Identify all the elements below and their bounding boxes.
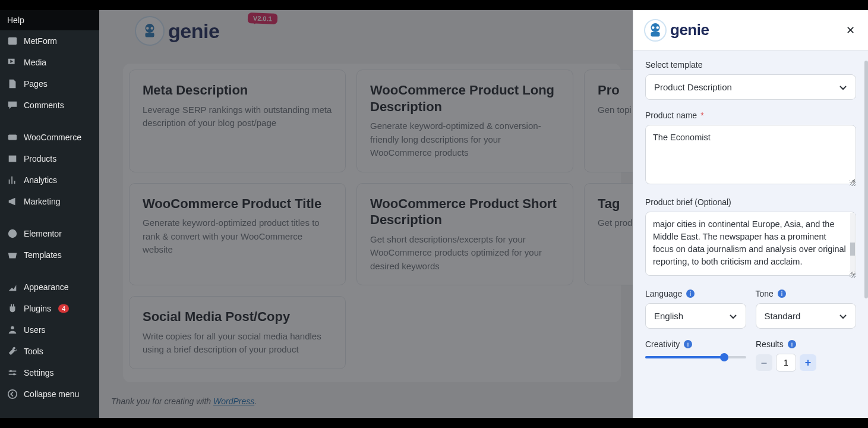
chevron-down-icon [839,83,847,92]
sidebar-item-metform[interactable]: MetForm [0,30,99,52]
svg-point-6 [13,373,15,376]
collapse-icon [7,389,18,399]
comment-icon [7,100,18,111]
slider-thumb[interactable] [720,353,728,361]
field-language: Language i English [645,289,746,329]
analytics-icon [7,175,18,185]
resize-handle-icon[interactable] [850,180,856,186]
svg-point-4 [11,326,14,329]
decrement-button[interactable]: – [756,354,772,371]
product-name-input[interactable] [645,125,856,184]
svg-text:i: i [781,290,782,297]
panel-brand: genie [644,19,709,42]
select-template-dropdown[interactable]: Product Description [645,74,856,100]
info-icon[interactable]: i [683,339,693,349]
page-icon [7,78,18,89]
sidebar-item-settings[interactable]: Settings [0,362,99,383]
chevron-down-icon [839,312,847,320]
users-icon [7,325,18,335]
sidebar-item-label: WooCommerce [24,133,81,142]
field-creativity: Creativity i [645,339,746,372]
info-icon[interactable]: i [686,289,695,298]
info-icon[interactable]: i [777,289,787,298]
sidebar-item-label: Collapse menu [24,389,79,399]
sidebar-item-templates[interactable]: Templates [0,244,99,266]
svg-rect-0 [8,37,17,45]
sidebar-item-help[interactable]: Help [0,10,99,30]
sidebar-item-label: Elementor [24,229,62,238]
form-icon [7,36,18,46]
sidebar-item-analytics[interactable]: Analytics [0,169,99,191]
label-text: Language [645,289,682,298]
sidebar-item-collapse[interactable]: Collapse menu [0,383,99,405]
info-icon[interactable]: i [787,339,797,349]
media-icon [7,57,18,68]
field-label: Tone i [756,289,857,298]
sidebar-item-products[interactable]: Products [0,148,99,169]
svg-point-3 [8,229,17,238]
field-select-template: Select template Product Description [645,60,856,100]
required-mark: * [700,111,703,120]
appearance-icon [7,282,18,292]
panel-scrollbar[interactable] [864,61,868,411]
sidebar-item-media[interactable]: Media [0,52,99,73]
label-text: Results [756,339,784,349]
sidebar-item-label: Plugins [24,304,51,313]
sidebar-item-label: Settings [24,368,54,377]
panel-brand-text: genie [670,21,709,39]
sidebar-item-pages[interactable]: Pages [0,73,99,95]
sidebar-item-appearance[interactable]: Appearance [0,276,99,298]
sidebar-item-label: Products [24,154,56,163]
sidebar-item-label: Comments [24,100,64,110]
select-value: English [654,311,683,321]
marketing-icon [7,196,18,207]
panel-header: genie ✕ [633,10,868,51]
sidebar-item-marketing[interactable]: Marketing [0,191,99,212]
svg-rect-2 [9,156,17,162]
field-label: Results i [756,339,856,349]
field-label: Language i [645,289,746,298]
language-dropdown[interactable]: English [645,303,746,329]
sidebar-item-label: Users [24,325,46,335]
scrollbar[interactable] [850,213,855,272]
svg-text:i: i [687,341,689,348]
products-icon [7,153,18,164]
sidebar-item-label: MetForm [24,36,57,46]
svg-rect-1 [8,135,17,140]
svg-point-7 [8,390,17,398]
update-badge: 4 [58,304,69,313]
product-brief-input[interactable] [645,212,856,276]
svg-point-14 [652,26,655,29]
svg-point-15 [656,26,659,29]
sidebar-item-woocommerce[interactable]: WooCommerce [0,127,99,148]
sidebar-item-users[interactable]: Users [0,319,99,341]
field-tone: Tone i Standard [756,289,857,329]
resize-handle-icon[interactable] [850,272,856,278]
panel-body: Select template Product Description Prod… [633,51,868,418]
sidebar-item-label: Templates [24,250,62,260]
tools-icon [7,346,18,357]
sidebar-item-elementor[interactable]: Elementor [0,223,99,244]
sidebar-item-label: Analytics [24,175,57,185]
results-count[interactable]: 1 [776,354,796,372]
increment-button[interactable]: + [800,354,816,371]
tone-dropdown[interactable]: Standard [756,303,857,329]
label-text: Tone [756,289,774,298]
modal-overlay[interactable] [99,10,633,418]
sidebar-item-comments[interactable]: Comments [0,95,99,116]
field-product-name: Product name * [645,111,856,187]
close-icon[interactable]: ✕ [844,21,857,39]
svg-rect-13 [651,32,660,37]
plugin-icon [7,303,18,314]
woo-icon [7,132,18,143]
select-value: Product Description [654,82,732,92]
label-text: Creativity [645,339,680,349]
sidebar-item-label: Help [7,15,24,25]
creativity-slider[interactable] [645,356,746,358]
sidebar-item-plugins[interactable]: Plugins 4 [0,298,99,319]
settings-icon [7,367,18,378]
field-label: Select template [645,60,856,70]
field-label: Product brief (Optional) [645,197,856,207]
svg-point-5 [10,370,12,373]
sidebar-item-tools[interactable]: Tools [0,341,99,362]
